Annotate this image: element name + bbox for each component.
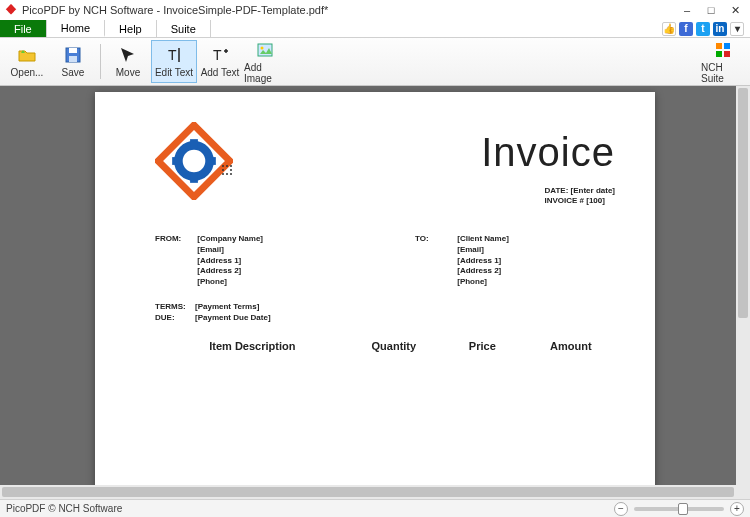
- column-headers[interactable]: Item Description Quantity Price Amount: [155, 340, 615, 352]
- to-block[interactable]: TO: [Client Name] [Email] [Address 1] [A…: [415, 234, 509, 288]
- document-canvas[interactable]: Invoice DATE: [Enter date] INVOICE # [10…: [0, 86, 750, 485]
- from-values: [Company Name] [Email] [Address 1] [Addr…: [197, 234, 263, 288]
- status-copyright: PicoPDF © NCH Software: [6, 503, 122, 514]
- menu-bar: File Home Help Suite 👍 f t in ▾: [0, 20, 750, 38]
- due-value: [Payment Due Date]: [195, 313, 271, 322]
- social-icons: 👍 f t in ▾: [662, 20, 750, 37]
- edit-text-button[interactable]: T Edit Text: [151, 40, 197, 83]
- vertical-scrollbar[interactable]: [736, 86, 750, 485]
- maximize-button[interactable]: □: [704, 3, 718, 17]
- more-icon[interactable]: ▾: [730, 22, 744, 36]
- save-button[interactable]: Save: [50, 40, 96, 83]
- svg-rect-16: [206, 157, 215, 165]
- edit-text-label: Edit Text: [155, 67, 193, 78]
- zoom-out-button[interactable]: −: [614, 502, 628, 516]
- svg-point-22: [222, 173, 224, 175]
- svg-point-18: [226, 165, 228, 167]
- add-text-icon: T: [210, 45, 230, 65]
- col-quantity: Quantity: [350, 340, 438, 352]
- due-label: DUE:: [155, 313, 195, 324]
- save-label: Save: [62, 67, 85, 78]
- svg-rect-1: [69, 48, 77, 53]
- svg-point-20: [222, 169, 224, 171]
- open-icon: [17, 45, 37, 65]
- from-block[interactable]: FROM: [Company Name] [Email] [Address 1]…: [155, 234, 263, 288]
- add-image-icon: [256, 40, 276, 60]
- invoice-num-line: INVOICE # [100]: [544, 196, 615, 206]
- pdf-page[interactable]: Invoice DATE: [Enter date] INVOICE # [10…: [95, 92, 655, 485]
- svg-point-17: [222, 165, 224, 167]
- move-icon: [118, 45, 138, 65]
- svg-text:T: T: [168, 47, 177, 63]
- zoom-in-button[interactable]: +: [730, 502, 744, 516]
- from-label: FROM:: [155, 234, 195, 245]
- toolbar-separator: [100, 44, 101, 79]
- open-button[interactable]: Open...: [4, 40, 50, 83]
- like-icon[interactable]: 👍: [662, 22, 676, 36]
- add-image-button[interactable]: Add Image: [243, 40, 289, 83]
- svg-point-23: [226, 173, 228, 175]
- zoom-control: − +: [614, 502, 744, 516]
- svg-point-19: [230, 165, 232, 167]
- add-text-button[interactable]: T Add Text: [197, 40, 243, 83]
- zoom-slider[interactable]: [634, 507, 724, 511]
- toolbar: Open... Save Move T Edit Text T Add T: [0, 38, 750, 86]
- zoom-slider-knob[interactable]: [678, 503, 688, 515]
- window-title: PicoPDF by NCH Software - InvoiceSimple-…: [22, 4, 680, 16]
- col-price: Price: [438, 340, 526, 352]
- date-line: DATE: [Enter date]: [544, 186, 615, 196]
- selection-handle-icon[interactable]: [221, 164, 233, 178]
- terms-label: TERMS:: [155, 302, 195, 313]
- move-button[interactable]: Move: [105, 40, 151, 83]
- close-button[interactable]: ✕: [728, 3, 742, 17]
- twitter-icon[interactable]: t: [696, 22, 710, 36]
- col-item-description: Item Description: [155, 340, 350, 352]
- title-bar: PicoPDF by NCH Software - InvoiceSimple-…: [0, 0, 750, 20]
- add-text-label: Add Text: [201, 67, 240, 78]
- open-label: Open...: [11, 67, 44, 78]
- svg-rect-10: [716, 51, 722, 57]
- menu-file[interactable]: File: [0, 20, 47, 37]
- to-label: TO:: [415, 234, 455, 245]
- to-values: [Client Name] [Email] [Address 1] [Addre…: [457, 234, 509, 288]
- app-icon: [4, 3, 18, 17]
- logo-graphic[interactable]: [155, 122, 233, 202]
- svg-rect-15: [172, 157, 181, 165]
- save-icon: [63, 45, 83, 65]
- svg-point-7: [261, 46, 264, 49]
- terms-block[interactable]: TERMS:[Payment Terms] DUE:[Payment Due D…: [155, 302, 271, 324]
- move-label: Move: [116, 67, 140, 78]
- svg-rect-2: [69, 56, 77, 62]
- menu-home[interactable]: Home: [47, 20, 105, 37]
- svg-point-12: [178, 145, 209, 176]
- linkedin-icon[interactable]: in: [713, 22, 727, 36]
- nch-suite-button[interactable]: NCH Suite: [700, 40, 746, 83]
- invoice-meta[interactable]: DATE: [Enter date] INVOICE # [100]: [544, 186, 615, 207]
- svg-rect-11: [724, 51, 730, 57]
- col-amount: Amount: [527, 340, 615, 352]
- add-image-label: Add Image: [244, 62, 288, 84]
- terms-value: [Payment Terms]: [195, 302, 259, 311]
- status-bar: PicoPDF © NCH Software − +: [0, 499, 750, 517]
- vertical-scroll-thumb[interactable]: [738, 88, 748, 318]
- nch-suite-label: NCH Suite: [701, 62, 745, 84]
- svg-rect-14: [190, 173, 198, 182]
- horizontal-scrollbar[interactable]: [0, 485, 750, 499]
- svg-point-21: [230, 169, 232, 171]
- minimize-button[interactable]: –: [680, 3, 694, 17]
- menu-help[interactable]: Help: [105, 20, 157, 37]
- svg-rect-9: [724, 43, 730, 49]
- invoice-heading[interactable]: Invoice: [481, 130, 615, 175]
- facebook-icon[interactable]: f: [679, 22, 693, 36]
- edit-text-icon: T: [164, 45, 184, 65]
- nch-suite-icon: [713, 40, 733, 60]
- svg-text:T: T: [213, 47, 222, 63]
- svg-rect-8: [716, 43, 722, 49]
- horizontal-scroll-thumb[interactable]: [2, 487, 734, 497]
- svg-rect-13: [190, 139, 198, 148]
- svg-point-24: [230, 173, 232, 175]
- menu-suite[interactable]: Suite: [157, 20, 211, 37]
